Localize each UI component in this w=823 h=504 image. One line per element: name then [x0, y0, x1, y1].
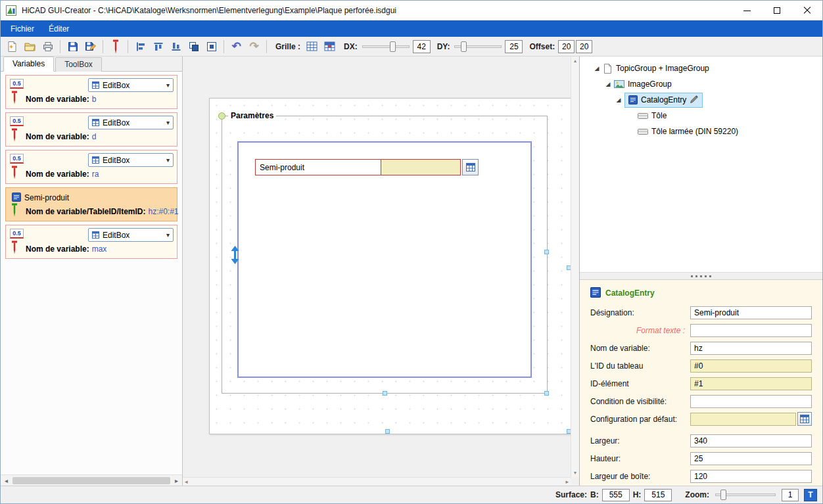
center-button[interactable]	[203, 38, 220, 55]
image-group-frame[interactable]	[237, 141, 532, 378]
expander-icon[interactable]: ◢	[604, 81, 612, 87]
save-as-button[interactable]	[82, 38, 99, 55]
close-button[interactable]	[792, 1, 822, 20]
selection-handle[interactable]	[544, 250, 549, 254]
edit-pencil-icon[interactable]	[690, 95, 699, 106]
dx-slider[interactable]	[362, 41, 410, 53]
tree-node-imagegroup[interactable]: ◢ ImageGroup	[580, 76, 822, 92]
scroll-up-icon[interactable]: ▴	[574, 58, 576, 64]
scroll-left-icon[interactable]: ◂	[185, 478, 188, 485]
surface-height-input[interactable]	[644, 489, 672, 501]
dy-slider-thumb[interactable]	[461, 41, 467, 52]
align-left-button[interactable]	[132, 38, 149, 55]
dy-value-input[interactable]	[505, 40, 523, 53]
grid-snap-button[interactable]	[321, 38, 338, 55]
tab-variables[interactable]: Variables	[3, 57, 54, 72]
surface-width-input[interactable]	[602, 489, 630, 501]
new-button[interactable]	[4, 38, 20, 55]
dx-slider-thumb[interactable]	[390, 41, 396, 52]
selection-handle[interactable]	[544, 391, 549, 396]
control-type-dropdown[interactable]: EditBox ▾	[88, 78, 174, 92]
designation-input[interactable]	[690, 306, 812, 319]
height-input[interactable]	[690, 452, 812, 465]
open-button[interactable]	[22, 38, 38, 55]
expander-icon[interactable]: ◢	[615, 97, 623, 103]
default-config-input[interactable]	[690, 413, 796, 426]
toolbar-separator	[128, 40, 128, 53]
box-width-label: Largeur de boîte:	[590, 472, 690, 481]
control-type-dropdown[interactable]: EditBox ▾	[88, 116, 174, 129]
align-bottom-button[interactable]	[168, 38, 184, 55]
catalog-entry-frame[interactable]: Semi-produit	[255, 159, 461, 175]
decimal-badge: 0.5	[10, 79, 24, 89]
selected-tree-node[interactable]: CatalogEntry	[624, 93, 703, 108]
variable-name-label: Nom de variable:	[26, 244, 89, 254]
zoom-value-input[interactable]	[782, 489, 799, 501]
catalog-entry-icon	[628, 95, 638, 104]
variable-list: 0.5 EditBox ▾ Nom de variable:b 0.5 Edit…	[1, 72, 182, 474]
variable-item-b[interactable]: 0.5 EditBox ▾ Nom de variable:b	[5, 75, 177, 109]
scroll-down-icon[interactable]: ▾	[574, 470, 576, 476]
offset-y-input[interactable]	[576, 40, 592, 53]
variable-item-ra[interactable]: 0.5 EditBox ▾ Nom de variable:ra	[5, 150, 177, 184]
zoom-slider[interactable]	[715, 489, 776, 501]
tree-node-label: Tôle larmée (DIN 59220)	[651, 127, 738, 136]
catalog-entry-value-box[interactable]	[381, 160, 460, 175]
text-mode-button[interactable]: T	[804, 489, 817, 501]
variable-item-max[interactable]: 0.5 EditBox ▾ Nom de variable:max	[5, 225, 177, 259]
zoom-slider-thumb[interactable]	[720, 490, 726, 500]
variable-item-d[interactable]: 0.5 EditBox ▾ Nom de variable:d	[5, 112, 177, 147]
form-sheet[interactable]: Paramètres Semi-produit	[209, 98, 572, 434]
catalog-entry-control[interactable]: Semi-produit	[255, 159, 479, 175]
scroll-right-icon[interactable]: ▸	[171, 475, 182, 486]
scrollbar-thumb[interactable]	[12, 477, 170, 484]
menu-editer[interactable]: Éditer	[41, 22, 76, 36]
width-input[interactable]	[690, 434, 812, 447]
variable-item-semi-produit[interactable]: Semi-produit Nom de variable/TableID/Ite…	[5, 187, 177, 221]
variable-name-value: ra	[92, 170, 99, 179]
tree-node-topicgroup[interactable]: ◢ TopicGroup + ImageGroup	[580, 60, 822, 76]
variable-name-input[interactable]	[690, 342, 812, 355]
left-panel-hscrollbar[interactable]: ◂ ▸	[1, 474, 182, 486]
print-button[interactable]	[39, 38, 56, 55]
redo-icon: ↷	[249, 41, 258, 52]
catalog-picker-button[interactable]	[462, 159, 479, 175]
scroll-left-icon[interactable]: ◂	[1, 475, 12, 486]
canvas-hscrollbar[interactable]: ◂ ▸	[183, 477, 571, 486]
offset-x-input[interactable]	[558, 40, 575, 53]
grid-color-icon	[324, 41, 335, 51]
control-type-dropdown[interactable]: EditBox ▾	[88, 228, 174, 242]
panel-splitter[interactable]	[580, 272, 822, 280]
selection-handle[interactable]	[383, 391, 387, 396]
scroll-right-icon[interactable]: ▸	[565, 478, 569, 485]
box-width-input[interactable]	[690, 470, 812, 483]
menu-fichier[interactable]: Fichier	[3, 22, 41, 36]
group-anchor-handle[interactable]	[218, 112, 225, 120]
tab-toolbox[interactable]: ToolBox	[55, 57, 102, 72]
align-top-button[interactable]	[150, 38, 166, 55]
visibility-condition-input[interactable]	[690, 395, 812, 408]
design-canvas[interactable]: Paramètres Semi-produit	[183, 57, 579, 486]
vertical-resize-icon[interactable]	[231, 246, 239, 266]
control-type-dropdown[interactable]: EditBox ▾	[88, 153, 174, 167]
maximize-button[interactable]	[762, 1, 792, 20]
grid-toggle-button[interactable]	[304, 38, 320, 55]
minimize-button[interactable]	[732, 1, 762, 20]
default-config-picker-button[interactable]	[797, 412, 812, 426]
canvas-vscrollbar[interactable]: ▴ ▾	[571, 57, 579, 477]
same-size-button[interactable]	[185, 38, 202, 55]
dx-value-input[interactable]	[413, 40, 431, 53]
dy-slider[interactable]	[454, 41, 502, 53]
tree-node-tole-larmee[interactable]: Tôle larmée (DIN 59220)	[580, 124, 822, 139]
format-texte-input[interactable]	[690, 324, 812, 337]
redo-button[interactable]: ↷	[246, 38, 262, 55]
table-id-input[interactable]	[690, 359, 812, 373]
pin-button[interactable]	[107, 38, 124, 55]
undo-button[interactable]: ↶	[228, 38, 245, 55]
selection-handle[interactable]	[385, 429, 390, 434]
tree-node-tole[interactable]: Tôle	[580, 108, 822, 124]
expander-icon[interactable]: ◢	[593, 65, 601, 72]
save-button[interactable]	[64, 38, 81, 55]
item-id-input[interactable]	[690, 377, 812, 390]
tree-node-catalogentry[interactable]: ◢ CatalogEntry	[580, 92, 822, 108]
